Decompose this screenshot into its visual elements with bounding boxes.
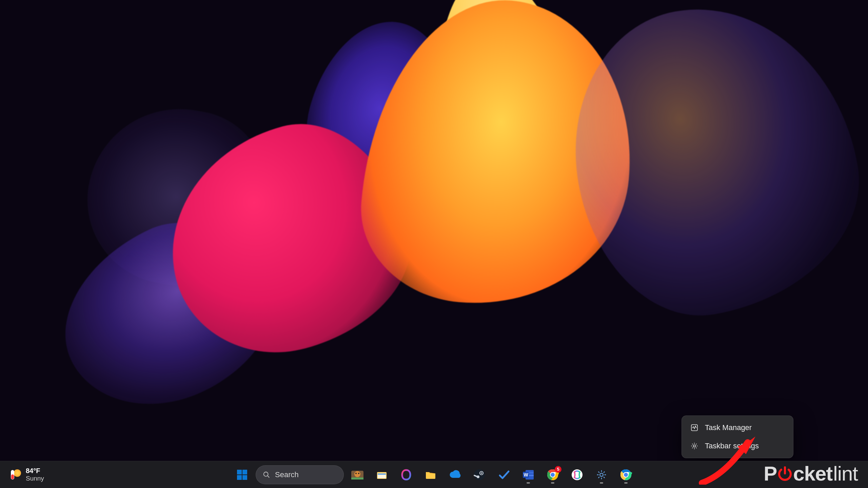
windows-icon <box>235 468 249 482</box>
context-item-label: Taskbar settings <box>705 442 759 450</box>
folder-button[interactable] <box>420 464 441 486</box>
taskbar: 84°F Sunny Search <box>0 461 868 488</box>
svg-rect-14 <box>378 473 386 475</box>
svg-rect-5 <box>242 475 247 480</box>
svg-point-8 <box>354 471 360 477</box>
svg-rect-11 <box>351 477 363 480</box>
weather-sunny-icon <box>9 469 22 481</box>
task-view-icon <box>351 468 364 482</box>
gear-icon <box>595 468 608 482</box>
weather-widget[interactable]: 84°F Sunny <box>5 461 49 488</box>
svg-rect-2 <box>237 470 242 474</box>
word-button[interactable]: W <box>517 464 539 486</box>
copilot-icon <box>570 468 584 482</box>
context-task-manager[interactable]: Task Manager <box>685 419 790 437</box>
folder-icon <box>375 468 389 482</box>
office-icon <box>399 468 413 482</box>
task-view-button[interactable] <box>347 464 368 486</box>
folder-open-icon <box>424 468 437 482</box>
todo-button[interactable] <box>493 464 515 486</box>
weather-temp: 84°F <box>26 467 44 475</box>
check-icon <box>497 468 511 482</box>
steam-icon <box>473 468 486 482</box>
svg-point-10 <box>358 473 359 474</box>
settings-button[interactable] <box>591 464 612 486</box>
file-explorer-button[interactable] <box>371 464 393 486</box>
copilot-button[interactable] <box>566 464 588 486</box>
activity-icon <box>690 423 699 432</box>
taskbar-center: Search <box>231 461 637 488</box>
context-taskbar-settings[interactable]: Taskbar settings <box>685 437 790 455</box>
weather-condition: Sunny <box>26 475 44 482</box>
svg-point-17 <box>481 472 482 474</box>
svg-point-9 <box>355 473 357 474</box>
chrome-canary-button[interactable] <box>615 464 637 486</box>
svg-point-18 <box>477 475 479 478</box>
steam-button[interactable] <box>469 464 490 486</box>
svg-rect-3 <box>242 470 247 474</box>
power-icon <box>776 465 794 483</box>
desktop-wallpaper <box>0 0 868 488</box>
watermark-pocket-lint: P cket lint <box>764 462 858 485</box>
svg-point-28 <box>600 473 603 476</box>
cloud-icon <box>448 468 462 482</box>
word-icon: W <box>521 468 535 482</box>
search-box[interactable]: Search <box>256 465 344 484</box>
microsoft-365-button[interactable] <box>395 464 417 486</box>
svg-rect-4 <box>237 475 242 480</box>
search-icon <box>263 471 270 479</box>
start-button[interactable] <box>231 464 253 486</box>
chrome-canary-icon <box>619 468 633 482</box>
svg-point-15 <box>474 469 485 480</box>
chrome-button[interactable]: 5 <box>542 464 564 486</box>
search-placeholder: Search <box>275 470 299 479</box>
svg-point-1 <box>693 445 695 447</box>
chrome-badge: 5 <box>555 466 561 473</box>
svg-text:W: W <box>524 472 528 477</box>
taskbar-context-menu: Task Manager Taskbar settings <box>682 415 793 458</box>
onedrive-button[interactable] <box>444 464 466 486</box>
svg-point-6 <box>264 472 268 476</box>
context-item-label: Task Manager <box>705 423 752 432</box>
gear-icon <box>690 442 699 450</box>
